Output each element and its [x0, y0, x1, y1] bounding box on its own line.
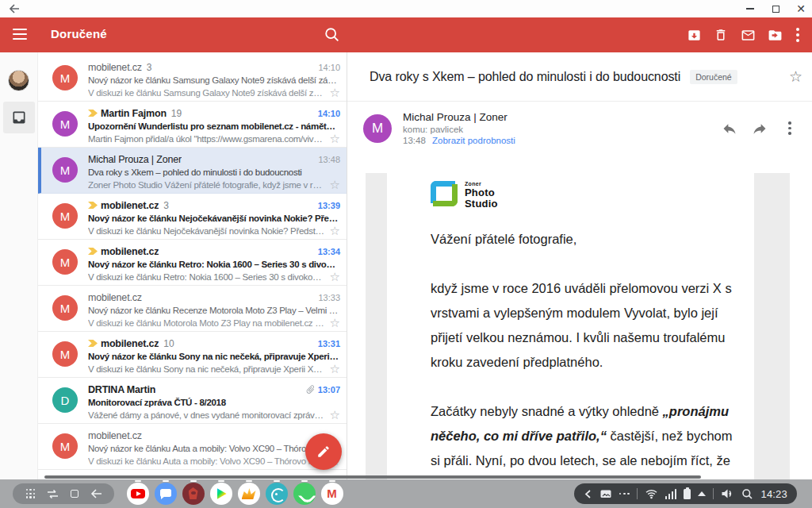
menu-icon[interactable]: [13, 29, 27, 40]
email-row[interactable]: Mmobilenet.cz1013:31Nový názor ke článku…: [38, 332, 347, 378]
email-row[interactable]: Mmobilenet.cz314:10Nový názor ke článku …: [38, 56, 347, 102]
volume-icon: [721, 488, 734, 499]
avatar[interactable]: M: [52, 249, 78, 275]
show-details-link[interactable]: Zobrazit podrobnosti: [432, 136, 515, 145]
appbar: Doručené: [0, 17, 812, 52]
email-time: 13:07: [318, 385, 340, 394]
email-row[interactable]: Mmobilenet.cz313:39Nový názor ke článku …: [38, 194, 347, 240]
sender-name: DRTINA Martin: [88, 384, 155, 395]
email-snippet: V diskuzi ke článku Auta a mobily: Volvo…: [88, 456, 327, 466]
email-snippet: V diskuzi ke článku Nejočekávanější novi…: [88, 226, 327, 236]
back-icon[interactable]: [89, 487, 103, 501]
email-row[interactable]: MMartin Fajmon1914:10Upozornění Wunderli…: [38, 102, 347, 148]
email-subject: Upozornění Wunderlistu pro seznam mobile…: [88, 121, 340, 131]
search-icon[interactable]: [324, 26, 341, 44]
forward-icon[interactable]: [750, 119, 769, 138]
star-icon[interactable]: ☆: [330, 133, 340, 144]
avatar[interactable]: M: [52, 433, 78, 459]
thread-count: 3: [147, 62, 152, 73]
sender-name: Michal Prouza | Zoner: [403, 111, 515, 123]
email-body: Zoner Photo Studio Vážení přátelé fotogr…: [347, 156, 812, 479]
sender-name: mobilenet.cz: [88, 292, 142, 303]
avatar[interactable]: D: [52, 387, 78, 413]
email-time: 13:31: [318, 339, 340, 348]
sender-avatar[interactable]: M: [363, 114, 392, 143]
star-icon[interactable]: ☆: [789, 67, 802, 86]
launcher-icon[interactable]: [24, 487, 38, 501]
email-time: 13:48: [403, 136, 426, 145]
email-row[interactable]: Mmobilenet.cz13:34Nový názor ke článku R…: [38, 240, 347, 286]
archive-icon[interactable]: [680, 26, 707, 44]
star-icon[interactable]: ☆: [330, 179, 340, 190]
avatar[interactable]: M: [52, 295, 78, 321]
inbox-shortcut[interactable]: [3, 102, 35, 133]
star-icon[interactable]: ☆: [330, 363, 340, 375]
reply-icon[interactable]: [720, 119, 739, 138]
star-icon[interactable]: ☆: [330, 317, 340, 329]
body-margin-right: [754, 173, 790, 479]
status-tray[interactable]: 14:23: [574, 483, 797, 504]
minimize-button[interactable]: [744, 2, 756, 15]
running-indicator: [274, 480, 280, 482]
running-indicator: [135, 480, 141, 482]
attachment-icon: [305, 384, 316, 394]
avatar[interactable]: M: [52, 203, 78, 229]
email-row[interactable]: MMichal Prouza | Zoner13:48Dva roky s Xk…: [38, 148, 347, 194]
sender-name: mobilenet.cz: [88, 62, 142, 73]
running-indicator: [301, 480, 308, 482]
move-to-icon[interactable]: [761, 26, 788, 44]
spiral-app-icon[interactable]: [266, 483, 288, 505]
overflow-menu-icon[interactable]: [788, 26, 807, 44]
email-time: 13:48: [318, 155, 340, 164]
page-title: Doručené: [51, 27, 107, 40]
antutu-icon[interactable]: [182, 483, 205, 505]
phone-icon[interactable]: [293, 483, 316, 505]
thread-count: 3: [163, 200, 169, 211]
overview-icon[interactable]: [45, 487, 59, 501]
email-row[interactable]: Mmobilenet.czNový názor ke článku Auta a…: [38, 424, 347, 470]
body-paragraph-2: Začátky nebyly snadné a výtky ohledně „p…: [431, 399, 733, 479]
important-marker-icon: [88, 248, 98, 255]
sender-name: mobilenet.cz: [88, 430, 142, 441]
compose-button[interactable]: [305, 433, 342, 470]
gmail-icon[interactable]: [321, 483, 343, 505]
running-indicator: [190, 480, 197, 482]
chevron-left-icon: [584, 489, 592, 499]
screenshot-icon: [599, 488, 612, 499]
star-icon[interactable]: ☆: [330, 87, 340, 98]
message-menu-icon[interactable]: [780, 119, 799, 138]
horizontal-scrollbar[interactable]: [44, 475, 701, 479]
email-snippet: Martin Fajmon přidal/a úkol "https://www…: [88, 134, 327, 144]
email-list: Mmobilenet.cz314:10Nový názor ke článku …: [38, 52, 347, 479]
battery-icon: [684, 489, 691, 499]
email-subject: Nový názor ke článku Recenze Motorola Mo…: [88, 306, 340, 315]
fullscreen-icon[interactable]: [67, 487, 82, 501]
avatar[interactable]: M: [52, 341, 78, 367]
signal-icon: [665, 489, 677, 499]
star-icon[interactable]: ☆: [330, 271, 340, 283]
star-icon[interactable]: ☆: [330, 225, 340, 237]
star-icon[interactable]: ☆: [330, 409, 340, 421]
play-store-icon[interactable]: [210, 483, 232, 505]
mark-unread-icon[interactable]: [734, 26, 761, 44]
email-subject: Nový názor ke článku Samsung Galaxy Note…: [88, 75, 340, 85]
sender-name: mobilenet.cz: [101, 246, 159, 257]
avatar[interactable]: M: [52, 111, 78, 137]
restore-button[interactable]: [769, 2, 782, 15]
delete-icon[interactable]: [707, 26, 734, 44]
messages-icon[interactable]: [155, 483, 177, 505]
account-avatar[interactable]: [8, 70, 29, 91]
avatar[interactable]: M: [52, 65, 78, 90]
email-row[interactable]: Mmobilenet.cz13:33Nový názor ke článku R…: [38, 286, 347, 332]
flame-app-icon[interactable]: [238, 483, 260, 505]
important-marker-icon: [88, 110, 98, 117]
wifi-icon: [645, 488, 658, 499]
avatar[interactable]: M: [52, 157, 78, 183]
email-row[interactable]: DDRTINA Martin13:07Monitorovací zpráva Č…: [38, 378, 347, 424]
zoner-logo-mark: [431, 181, 459, 206]
close-button[interactable]: ✕: [795, 2, 807, 15]
youtube-icon[interactable]: [127, 483, 149, 505]
shelf-apps: [124, 483, 346, 505]
window-back-icon[interactable]: [6, 2, 22, 16]
email-subject: Monitorovací zpráva ČTÚ - 8/2018: [88, 398, 340, 407]
